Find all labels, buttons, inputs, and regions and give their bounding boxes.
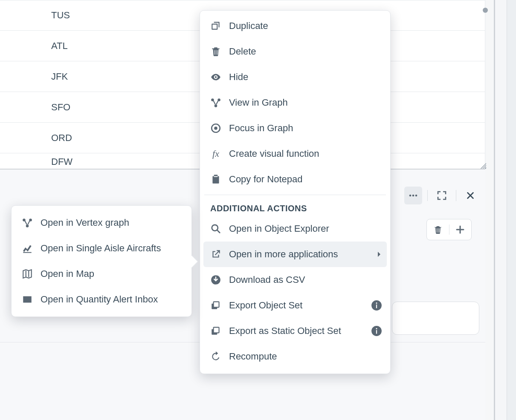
menu-item-hide[interactable]: Hide bbox=[200, 64, 390, 90]
submenu-item-map[interactable]: Open in Map bbox=[12, 261, 191, 287]
menu-item-label: Copy for Notepad bbox=[229, 174, 383, 185]
clipboard-icon bbox=[209, 173, 222, 186]
menu-item-label: Focus in Graph bbox=[229, 123, 383, 134]
menu-item-view-graph[interactable]: View in Graph bbox=[200, 90, 390, 115]
add-button[interactable] bbox=[449, 224, 472, 235]
svg-point-7 bbox=[214, 127, 217, 130]
svg-point-0 bbox=[409, 195, 412, 197]
submenu-item-label: Open in Quantity Alert Inbox bbox=[41, 294, 184, 305]
scrollbar-track[interactable] bbox=[495, 0, 507, 420]
menu-item-label: Recompute bbox=[229, 351, 383, 362]
target-icon bbox=[209, 122, 222, 135]
menu-item-recompute[interactable]: Recompute bbox=[200, 344, 390, 369]
menu-item-create-visual-function[interactable]: fx Create visual function bbox=[200, 141, 390, 167]
menu-item-label: Create visual function bbox=[229, 148, 383, 159]
inbox-icon bbox=[21, 293, 34, 306]
svg-point-22 bbox=[26, 224, 29, 227]
resize-handle-icon[interactable] bbox=[478, 161, 486, 169]
submenu-item-single-aisle[interactable]: Open in Single Aisle Aircrafts bbox=[12, 236, 191, 261]
menu-item-delete[interactable]: Delete bbox=[200, 39, 390, 64]
svg-point-5 bbox=[215, 104, 217, 107]
right-rail bbox=[494, 0, 516, 420]
svg-point-2 bbox=[415, 195, 417, 197]
submenu-item-vertex-graph[interactable]: Open in Vertex graph bbox=[12, 210, 191, 236]
search-icon bbox=[209, 222, 222, 235]
graph-icon bbox=[209, 96, 222, 109]
menu-item-label: Export Object Set bbox=[229, 300, 371, 311]
cell-value: ATL bbox=[51, 40, 68, 52]
cell-value: ORD bbox=[51, 132, 72, 144]
info-icon[interactable] bbox=[371, 325, 383, 337]
submenu-item-label: Open in Vertex graph bbox=[41, 217, 184, 228]
menu-item-focus-graph[interactable]: Focus in Graph bbox=[200, 115, 390, 141]
menu-item-export-static-object-set[interactable]: Export as Static Object Set bbox=[200, 318, 390, 344]
graph-icon bbox=[21, 216, 34, 229]
context-menu: Duplicate Delete Hide View in Graph Focu… bbox=[200, 10, 391, 374]
chevron-right-icon bbox=[376, 251, 383, 258]
trash-icon bbox=[209, 45, 222, 58]
download-icon bbox=[209, 273, 222, 286]
export-icon bbox=[209, 299, 222, 312]
more-options-button[interactable] bbox=[404, 187, 422, 204]
cell-value: JFK bbox=[51, 71, 68, 82]
separator bbox=[456, 190, 456, 201]
line-chart-icon bbox=[21, 242, 34, 255]
eye-icon bbox=[209, 71, 222, 83]
export-static-icon bbox=[209, 325, 222, 337]
duplicate-icon bbox=[209, 20, 222, 32]
menu-item-label: Open in Object Explorer bbox=[229, 223, 383, 234]
svg-point-19 bbox=[376, 328, 377, 329]
menu-item-open-more-applications[interactable]: Open in more applications bbox=[203, 242, 387, 267]
svg-rect-13 bbox=[376, 305, 377, 308]
svg-point-8 bbox=[212, 225, 218, 231]
expand-button[interactable] bbox=[433, 187, 451, 204]
cell-value: TUS bbox=[51, 10, 70, 21]
info-icon[interactable] bbox=[371, 299, 383, 311]
menu-item-label: View in Graph bbox=[229, 97, 383, 108]
svg-point-14 bbox=[376, 302, 377, 304]
svg-point-1 bbox=[412, 195, 415, 197]
menu-item-label: Open in more applications bbox=[229, 249, 376, 260]
submenu-item-label: Open in Map bbox=[41, 268, 184, 279]
svg-rect-18 bbox=[376, 330, 377, 334]
cell-value: SFO bbox=[51, 102, 70, 113]
svg-rect-16 bbox=[214, 327, 219, 333]
submenu-item-quantity-inbox[interactable]: Open in Quantity Alert Inbox bbox=[12, 287, 191, 312]
cell-value: DFW bbox=[51, 156, 72, 167]
menu-item-open-object-explorer[interactable]: Open in Object Explorer bbox=[200, 216, 390, 242]
menu-item-download-csv[interactable]: Download as CSV bbox=[200, 267, 390, 293]
menu-item-duplicate[interactable]: Duplicate bbox=[200, 13, 390, 39]
refresh-icon bbox=[209, 350, 222, 363]
svg-rect-11 bbox=[214, 302, 219, 307]
map-icon bbox=[21, 268, 34, 280]
separator bbox=[427, 190, 428, 201]
menu-item-copy-notepad[interactable]: Copy for Notepad bbox=[200, 167, 390, 192]
menu-item-label: Hide bbox=[229, 72, 383, 83]
menu-item-label: Export as Static Object Set bbox=[229, 325, 371, 337]
submenu-item-label: Open in Single Aisle Aircrafts bbox=[41, 243, 184, 254]
status-dot-icon bbox=[483, 8, 488, 13]
menu-item-export-object-set[interactable]: Export Object Set bbox=[200, 293, 390, 318]
menu-item-label: Duplicate bbox=[229, 20, 383, 32]
submenu: Open in Vertex graph Open in Single Aisl… bbox=[11, 205, 192, 317]
close-button[interactable] bbox=[461, 187, 479, 204]
separator bbox=[204, 195, 386, 195]
menu-item-label: Delete bbox=[229, 46, 383, 57]
input-field[interactable] bbox=[392, 302, 479, 335]
open-external-icon bbox=[209, 248, 222, 261]
fx-icon: fx bbox=[209, 147, 222, 160]
menu-section-header: ADDITIONAL ACTIONS bbox=[200, 198, 390, 216]
menu-item-label: Download as CSV bbox=[229, 274, 383, 285]
delete-button[interactable] bbox=[427, 224, 449, 235]
action-card bbox=[426, 219, 472, 240]
